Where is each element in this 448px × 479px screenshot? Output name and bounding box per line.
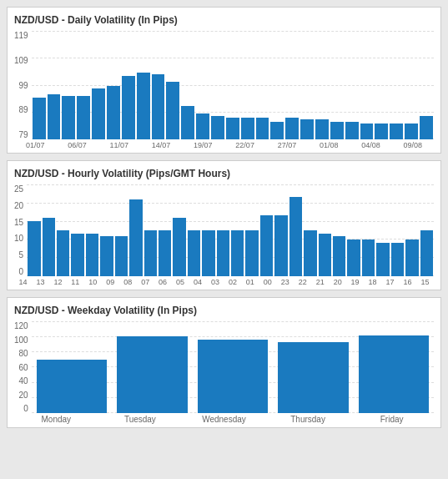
daily-chart-title: NZD/USD - Daily Volatility (In Pips) (14, 14, 434, 26)
y-axis-label: 0 (23, 404, 28, 413)
hourly-x-labels: 1413121110090807060504030201002322212019… (14, 278, 434, 286)
bar (202, 230, 214, 276)
x-axis-label: 11/07 (98, 141, 140, 149)
x-axis-label: Friday (350, 415, 434, 424)
bar (333, 236, 345, 276)
bar (241, 118, 254, 139)
y-axis-label: 120 (14, 321, 28, 330)
daily-y-axis: 119109998979 (14, 31, 32, 139)
daily-x-labels: 01/0706/0711/0714/0719/0722/0727/0701/08… (14, 141, 434, 149)
y-axis-label: 109 (14, 56, 28, 65)
x-axis-label: Wednesday (182, 415, 266, 424)
bar (117, 336, 187, 413)
hourly-chart-area: 2520151050 14131211100908070605040302010… (14, 184, 434, 286)
daily-chart-body (32, 31, 434, 139)
x-axis-label: 01/08 (308, 141, 350, 149)
bar (226, 118, 239, 139)
bar (289, 197, 302, 276)
y-axis-label: 100 (14, 335, 28, 345)
bar (92, 88, 105, 139)
x-axis-label: 12 (49, 278, 67, 286)
y-axis-label: 40 (19, 376, 28, 386)
bar (362, 240, 375, 276)
x-axis-label: 04 (189, 278, 207, 286)
bar (245, 230, 258, 276)
daily-chart-area: 119109998979 01/0706/0711/0714/0719/0722… (14, 31, 434, 149)
x-axis-label: 19/07 (182, 141, 224, 149)
bar (270, 122, 284, 139)
x-axis-label: 14/07 (140, 141, 182, 149)
bar (420, 230, 433, 276)
bar (57, 230, 69, 276)
bar (159, 230, 171, 276)
weekday-bar-chart: 120100806040200 (14, 321, 434, 413)
daily-bar-chart: 119109998979 (14, 31, 434, 139)
x-axis-label: 01 (241, 278, 259, 286)
weekday-bars-wrapper (32, 321, 434, 413)
hourly-chart-body (27, 184, 434, 276)
bar (260, 215, 273, 276)
bar (231, 230, 244, 276)
x-axis-label: 20 (329, 278, 346, 286)
hourly-y-axis: 2520151050 (14, 184, 27, 276)
hourly-volatility-chart: NZD/USD - Hourly Volatility (Pips/GMT Ho… (7, 160, 441, 290)
hourly-bar-chart: 2520151050 (14, 184, 434, 276)
bar (107, 86, 120, 139)
x-axis-label: 04/08 (350, 141, 391, 149)
x-axis-label: Tuesday (98, 415, 183, 424)
y-axis-label: 20 (19, 391, 28, 400)
bar (304, 230, 316, 276)
x-axis-label: 22 (294, 278, 311, 286)
bar (360, 124, 374, 139)
bar (319, 234, 331, 276)
bar (33, 98, 46, 139)
bar (188, 230, 200, 276)
bar (359, 335, 429, 413)
weekday-chart-title: NZD/USD - Weekday Volatility (In Pips) (14, 305, 434, 316)
x-axis-label: 11 (67, 278, 84, 286)
x-axis-label: Monday (14, 415, 98, 424)
bar (86, 234, 98, 276)
bar (300, 119, 314, 139)
bar (62, 96, 75, 139)
bar (376, 243, 389, 276)
x-axis-label: 18 (364, 278, 381, 286)
bar (144, 230, 157, 276)
x-axis-label: 10 (84, 278, 102, 286)
bar (122, 76, 135, 139)
x-axis-label: Thursday (266, 415, 350, 424)
bar (420, 116, 433, 139)
bar (405, 240, 418, 276)
y-axis-label: 10 (14, 234, 23, 243)
x-axis-label: 17 (381, 278, 399, 286)
x-axis-label: 02 (224, 278, 241, 286)
daily-bars-wrapper (32, 31, 434, 139)
bar (347, 240, 360, 276)
bar (71, 234, 83, 276)
bar (28, 221, 40, 276)
bar (152, 74, 165, 139)
bar (43, 218, 55, 276)
bar (137, 73, 150, 139)
weekday-x-labels: MondayTuesdayWednesdayThursdayFriday (14, 415, 434, 424)
x-axis-label: 06/07 (56, 141, 98, 149)
y-axis-label: 20 (14, 201, 23, 210)
bar (391, 243, 404, 276)
x-axis-label: 05 (172, 278, 189, 286)
y-axis-label: 5 (19, 250, 24, 260)
bar (166, 82, 179, 139)
x-axis-label: 01/07 (14, 141, 56, 149)
bar (173, 218, 185, 276)
bar (256, 118, 269, 139)
bar (285, 118, 299, 139)
y-axis-label: 119 (14, 31, 28, 40)
weekday-y-axis: 120100806040200 (14, 321, 32, 413)
y-axis-label: 0 (19, 267, 24, 276)
bar (278, 342, 348, 413)
x-axis-label: 09/08 (392, 141, 434, 149)
x-axis-label: 07 (137, 278, 154, 286)
weekday-chart-area: 120100806040200 MondayTuesdayWednesdayTh… (14, 321, 434, 424)
x-axis-label: 19 (346, 278, 364, 286)
bar (217, 230, 229, 276)
bar (181, 106, 194, 139)
